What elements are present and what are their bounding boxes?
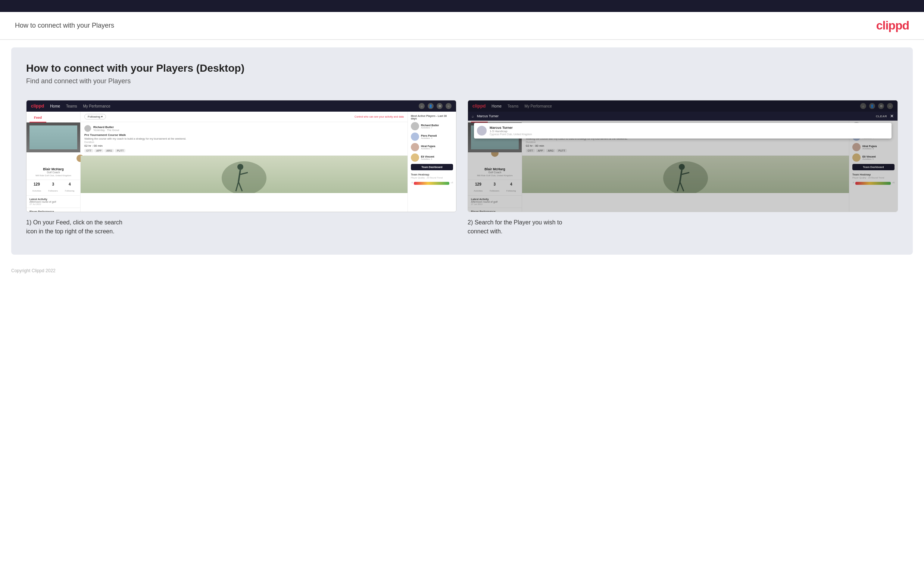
golfer-image-1 bbox=[81, 156, 408, 193]
stat-followers-1: 3 Followers bbox=[48, 182, 58, 193]
app-nav-2: clippd Home Teams My Performance ⌕ 👤 ⚙ ○ bbox=[468, 101, 898, 112]
page-footer: Copyright Clippd 2022 bbox=[0, 262, 924, 279]
control-link-1[interactable]: Control who can see your activity and da… bbox=[354, 115, 404, 118]
nav-icons-1: ⌕ 👤 ⚙ ○ bbox=[419, 103, 451, 109]
active-player-3: Hiral Fujara Activities: 3 bbox=[411, 143, 453, 151]
search-result-item[interactable]: Marcus Turner 1-5 Handicap Cypress Point… bbox=[474, 123, 892, 138]
search-overlay: ⌕ Marcus Turner CLEAR ✕ Marcus Turner 1-… bbox=[468, 112, 898, 141]
stat-activities-1: 129 Activities bbox=[32, 182, 41, 193]
header: How to connect with your Players clippd bbox=[0, 12, 924, 40]
nav-home-1[interactable]: Home bbox=[50, 104, 60, 108]
search-input-display[interactable]: Marcus Turner bbox=[477, 114, 873, 118]
screenshot-block-2: clippd Home Teams My Performance ⌕ 👤 ⚙ ○ bbox=[468, 100, 898, 236]
section-subtitle: Find and connect with your Players bbox=[26, 77, 898, 85]
app-logo-1: clippd bbox=[31, 104, 44, 109]
copyright: Copyright Clippd 2022 bbox=[11, 268, 56, 273]
nav-icons-2: ⌕ 👤 ⚙ ○ bbox=[860, 103, 893, 109]
right-panel-1: Most Active Players - Last 30 days Richa… bbox=[408, 112, 456, 212]
search-bar: ⌕ Marcus Turner CLEAR ✕ bbox=[468, 112, 898, 120]
svg-point-7 bbox=[679, 164, 685, 170]
result-avatar bbox=[477, 126, 487, 136]
app-logo-2: clippd bbox=[473, 104, 485, 109]
user-icon-2[interactable]: 👤 bbox=[869, 103, 875, 109]
left-panel-1: Feed Blair McHarg Golf Coach bbox=[26, 112, 81, 212]
team-heatmap-title-1: Team Heatmap bbox=[411, 173, 453, 176]
player-performance-1: Player Performance Eli Vincent ▾ bbox=[26, 208, 80, 212]
following-bar-1: Following ▾ Control who can see your act… bbox=[81, 112, 408, 122]
profile-info-1: Blair McHarg Golf Coach Mill Ride Golf C… bbox=[26, 160, 80, 180]
heatmap-bar-1 bbox=[414, 182, 449, 185]
result-club: Cypress Point Club, United Kingdom bbox=[490, 133, 532, 136]
latest-activity-1: Latest Activity Afternoon round of golf … bbox=[26, 195, 80, 208]
nav-home-2[interactable]: Home bbox=[492, 104, 502, 108]
screenshots-row: clippd Home Teams My Performance ⌕ 👤 ⚙ ○ bbox=[26, 100, 898, 236]
logo: clippd bbox=[876, 19, 909, 32]
profile-stats-2: 129 Activities 3 Followers 4 Following bbox=[468, 180, 522, 195]
following-button-1[interactable]: Following ▾ bbox=[84, 114, 106, 120]
active-player-2: Piers Parnell Activities: 4 bbox=[411, 133, 453, 141]
nav-teams-2[interactable]: Teams bbox=[508, 104, 518, 108]
nav-myperformance-1[interactable]: My Performance bbox=[83, 104, 110, 108]
section-title: How to connect with your Players (Deskto… bbox=[26, 62, 898, 74]
nav-teams-1[interactable]: Teams bbox=[66, 104, 77, 108]
profile-header-1 bbox=[26, 122, 80, 153]
svg-point-0 bbox=[222, 161, 267, 193]
clear-button[interactable]: CLEAR bbox=[876, 115, 887, 118]
screenshot-desc-2: 2) Search for the Player you wish toconn… bbox=[468, 218, 898, 236]
profile-info-2: Blair McHarg Golf Coach Mill Ride Golf C… bbox=[468, 160, 522, 180]
activity-card-1: Richard Butler Yesterday · The Grove Pre… bbox=[81, 122, 408, 156]
svg-point-1 bbox=[237, 164, 243, 170]
main-content: How to connect with your Players (Deskto… bbox=[11, 47, 913, 255]
active-player-1: Richard Butler Activities: 7 bbox=[411, 122, 453, 130]
app-body-1: Feed Blair McHarg Golf Coach bbox=[26, 112, 456, 212]
center-panel-1: Following ▾ Control who can see your act… bbox=[81, 112, 408, 212]
profile-club-1: Mill Ride Golf Club, United Kingdom bbox=[29, 174, 77, 177]
top-bar bbox=[0, 0, 924, 12]
activity-tags-2: OTT APP ARG PUTT bbox=[526, 149, 845, 153]
settings-icon[interactable]: ⚙ bbox=[437, 103, 443, 109]
active-player-2-4: Eli Vincent Activities: 1 bbox=[852, 153, 895, 162]
profile-name-1: Blair McHarg bbox=[29, 167, 77, 171]
app-screenshot-1: clippd Home Teams My Performance ⌕ 👤 ⚙ ○ bbox=[26, 100, 456, 212]
team-heatmap-title-2: Team Heatmap bbox=[852, 173, 895, 176]
page-title: How to connect with your Players bbox=[15, 22, 114, 29]
result-handicap: 1-5 Handicap bbox=[490, 130, 532, 133]
search-icon[interactable]: ⌕ bbox=[419, 103, 425, 109]
feed-tab-1[interactable]: Feed bbox=[29, 114, 46, 122]
close-icon[interactable]: ✕ bbox=[890, 114, 894, 119]
search-icon-2[interactable]: ⌕ bbox=[860, 103, 866, 109]
svg-point-6 bbox=[663, 161, 708, 193]
screenshot-block-1: clippd Home Teams My Performance ⌕ 👤 ⚙ ○ bbox=[26, 100, 456, 236]
screenshot-desc-1: 1) On your Feed, click on the searchicon… bbox=[26, 218, 456, 236]
app-nav-1: clippd Home Teams My Performance ⌕ 👤 ⚙ ○ bbox=[26, 101, 456, 112]
activity-tags-1: OTT APP ARG PUTT bbox=[84, 149, 404, 153]
avatar-icon-2[interactable]: ○ bbox=[887, 103, 893, 109]
player-performance-2: Player Performance Eli Vincent ▾ bbox=[468, 208, 522, 212]
heatmap-bar-2 bbox=[855, 182, 891, 185]
team-dashboard-button-1[interactable]: Team Dashboard bbox=[411, 164, 453, 170]
stat-following-1: 4 Following bbox=[65, 182, 74, 193]
result-name: Marcus Turner bbox=[490, 126, 532, 130]
golfer-image-2 bbox=[522, 156, 849, 193]
team-dashboard-button-2[interactable]: Team Dashboard bbox=[852, 164, 895, 170]
profile-stats-1: 129 Activities 3 Followers 4 Following bbox=[26, 180, 80, 195]
nav-myperformance-2[interactable]: My Performance bbox=[524, 104, 552, 108]
avatar-icon[interactable]: ○ bbox=[446, 103, 451, 109]
activity-avatar-1 bbox=[84, 125, 91, 132]
app-screenshot-2: clippd Home Teams My Performance ⌕ 👤 ⚙ ○ bbox=[468, 100, 898, 212]
active-player-4: Eli Vincent Activities: 1 bbox=[411, 153, 453, 162]
latest-activity-2: Latest Activity Afternoon round of golf … bbox=[468, 195, 522, 208]
profile-role-1: Golf Coach bbox=[29, 171, 77, 174]
settings-icon-2[interactable]: ⚙ bbox=[878, 103, 884, 109]
search-results: Marcus Turner 1-5 Handicap Cypress Point… bbox=[468, 120, 898, 141]
user-icon[interactable]: 👤 bbox=[428, 103, 434, 109]
search-icon-overlay: ⌕ bbox=[472, 114, 474, 119]
active-player-2-3: Hiral Fujara Activities: 3 bbox=[852, 143, 895, 151]
